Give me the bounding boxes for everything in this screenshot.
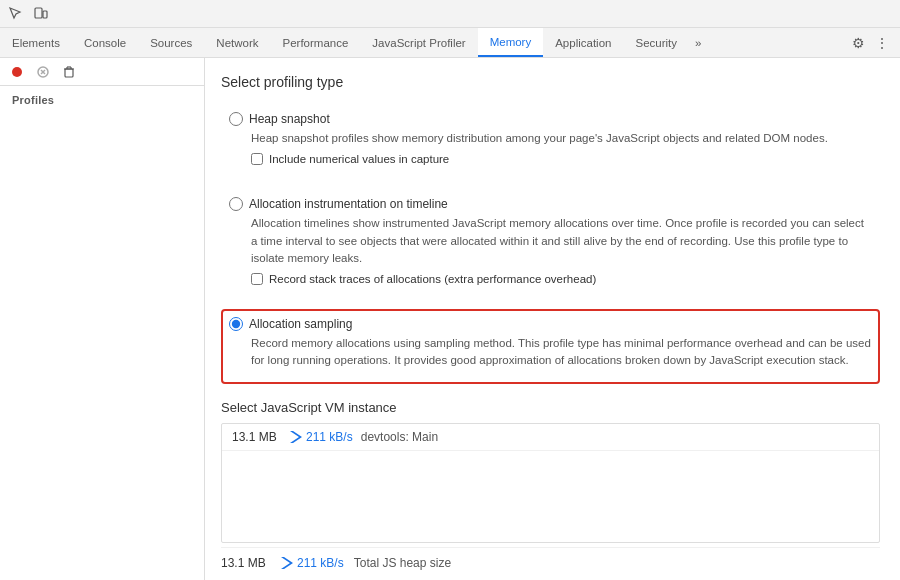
tab-elements[interactable]: Elements [0, 28, 72, 57]
stop-icon[interactable] [32, 61, 54, 83]
more-options-icon[interactable]: ⋮ [870, 31, 894, 55]
svg-rect-0 [35, 8, 42, 18]
tab-overflow[interactable]: » [689, 28, 707, 57]
allocation-sampling-radio[interactable] [229, 317, 243, 331]
allocation-instrumentation-desc: Allocation timelines show instrumented J… [251, 215, 872, 267]
svg-marker-12 [281, 557, 293, 569]
svg-point-2 [12, 67, 22, 77]
tab-network[interactable]: Network [204, 28, 270, 57]
settings-icon[interactable]: ⚙ [846, 31, 870, 55]
vm-instance-box: 13.1 MB 211 kB/s devtools: Main [221, 423, 880, 543]
allocation-sampling-option: Allocation sampling Record memory alloca… [221, 309, 880, 384]
allocation-instrumentation-label[interactable]: Allocation instrumentation on timeline [249, 197, 448, 211]
tab-performance[interactable]: Performance [271, 28, 361, 57]
tab-sources[interactable]: Sources [138, 28, 204, 57]
vm-speed: 211 kB/s [290, 430, 353, 444]
heap-snapshot-option: Heap snapshot Heap snapshot profiles sho… [221, 104, 880, 173]
tab-memory[interactable]: Memory [478, 28, 544, 57]
footer-label: Total JS heap size [354, 556, 451, 570]
vm-size: 13.1 MB [232, 430, 282, 444]
heap-snapshot-checkbox-row: Include numerical values in capture [251, 153, 872, 165]
vm-name: devtools: Main [361, 430, 438, 444]
content-area: Select profiling type Heap snapshot Heap… [205, 58, 900, 580]
record-stack-traces-label[interactable]: Record stack traces of allocations (extr… [269, 273, 596, 285]
delete-icon[interactable] [58, 61, 80, 83]
select-element-icon[interactable] [4, 2, 28, 26]
footer-size: 13.1 MB [221, 556, 271, 570]
allocation-instrumentation-option: Allocation instrumentation on timeline A… [221, 189, 880, 293]
footer-stats: 13.1 MB 211 kB/s Total JS heap size [221, 547, 880, 578]
select-type-title: Select profiling type [221, 74, 880, 90]
include-numerical-checkbox[interactable] [251, 153, 263, 165]
sidebar: Profiles [0, 58, 205, 580]
profiles-label: Profiles [0, 86, 204, 110]
record-stack-traces-checkbox[interactable] [251, 273, 263, 285]
sidebar-toolbar [0, 58, 204, 86]
allocation-instrumentation-checkbox-row: Record stack traces of allocations (extr… [251, 273, 872, 285]
svg-rect-6 [65, 69, 73, 77]
tab-security[interactable]: Security [623, 28, 689, 57]
heap-snapshot-desc: Heap snapshot profiles show memory distr… [251, 130, 872, 147]
tab-console[interactable]: Console [72, 28, 138, 57]
device-toolbar-icon[interactable] [28, 2, 52, 26]
include-numerical-label[interactable]: Include numerical values in capture [269, 153, 449, 165]
main-layout: Profiles Select profiling type Heap snap… [0, 58, 900, 580]
svg-marker-11 [290, 431, 302, 443]
allocation-sampling-desc: Record memory allocations using sampling… [251, 335, 872, 370]
tab-javascript-profiler[interactable]: JavaScript Profiler [360, 28, 477, 57]
svg-rect-1 [43, 11, 47, 18]
heap-snapshot-header: Heap snapshot [229, 112, 872, 126]
allocation-sampling-header: Allocation sampling [229, 317, 872, 331]
allocation-instrumentation-header: Allocation instrumentation on timeline [229, 197, 872, 211]
record-icon[interactable] [6, 61, 28, 83]
tab-settings-area: ⚙ ⋮ [840, 28, 900, 57]
tab-bar: Elements Console Sources Network Perform… [0, 28, 900, 58]
allocation-sampling-label[interactable]: Allocation sampling [249, 317, 352, 331]
heap-snapshot-radio[interactable] [229, 112, 243, 126]
vm-instance-title: Select JavaScript VM instance [221, 400, 880, 415]
footer-speed: 211 kB/s [281, 556, 344, 570]
heap-snapshot-label[interactable]: Heap snapshot [249, 112, 330, 126]
vm-instance-row[interactable]: 13.1 MB 211 kB/s devtools: Main [222, 424, 879, 451]
allocation-instrumentation-radio[interactable] [229, 197, 243, 211]
top-toolbar [0, 0, 900, 28]
tab-application[interactable]: Application [543, 28, 623, 57]
